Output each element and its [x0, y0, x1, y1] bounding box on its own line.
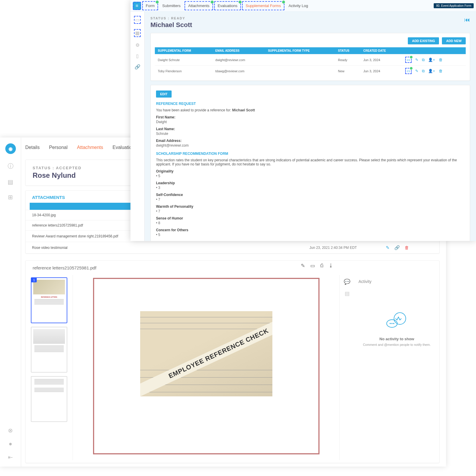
app-menu-icon[interactable]: ≡	[133, 2, 141, 10]
open-icon[interactable]: ▭	[405, 57, 412, 63]
first-name-value: Dwight	[156, 120, 465, 124]
rating-label: Sense of Humor	[156, 216, 465, 220]
rating-label: Leadership	[156, 181, 465, 185]
add-user-icon[interactable]: 👤+	[428, 69, 435, 73]
comment-icon[interactable]: 💬	[344, 279, 350, 285]
user-icon[interactable]: ●	[9, 440, 12, 447]
remove-icon[interactable]: ⊗	[8, 427, 13, 434]
add-document-icon[interactable]: ⊞	[8, 194, 13, 201]
cell-email: tdawg@reviewr.com	[212, 66, 265, 77]
print-icon[interactable]: ⎙	[320, 263, 323, 269]
edit-icon[interactable]: ✎	[386, 245, 390, 250]
page-number-badge: 1	[31, 278, 37, 282]
cell-type	[265, 66, 335, 77]
rewind-icon[interactable]: ⏮	[464, 16, 470, 23]
page-thumbnail[interactable]	[31, 327, 67, 373]
document-page: EMPLOYEE REFERENCE CHECK	[93, 278, 319, 454]
svg-point-2	[390, 323, 391, 324]
table-row[interactable]: Dwight Schrute dwight@reviewr.com Ready …	[155, 54, 466, 66]
tab-form[interactable]: Form	[142, 1, 158, 10]
scholarship-desc: This section rates the student on key pe…	[156, 158, 465, 166]
cell-name: Dwight Schrute	[155, 54, 212, 66]
form-badge: 80. Event Application Form	[434, 3, 474, 8]
link-icon[interactable]: 🔗	[135, 64, 140, 70]
email-label: Email Address:	[156, 139, 465, 143]
rating-item: Concern for Others5	[156, 228, 465, 237]
copy-icon[interactable]: ⧉	[422, 69, 425, 73]
comment-icon[interactable]: ▭	[310, 263, 315, 269]
cell-date: Jun 3, 2024	[360, 66, 402, 77]
svg-point-3	[391, 323, 393, 324]
logout-icon[interactable]: ⇤	[8, 454, 13, 461]
scholarship-title: SCHOLARSHIP RECOMMENDATION FORM	[156, 152, 465, 156]
rating-label: Concern for Others	[156, 228, 465, 232]
tab-activity-log[interactable]: Activity Log	[286, 2, 311, 10]
window-icon[interactable]: ▭	[134, 16, 141, 24]
document-icon[interactable]: ▤	[8, 178, 13, 185]
rating-value: 7	[156, 209, 465, 213]
file-icon[interactable]: ▤	[345, 290, 350, 297]
page-thumbnail[interactable]: 1 REFERENCE LETTERS	[31, 277, 67, 323]
doc-toolbar: ✎ ▭ ⎙ ⭳	[301, 263, 333, 269]
cell-status: Ready	[335, 54, 360, 66]
reference-check-image: EMPLOYEE REFERENCE CHECK	[140, 311, 272, 396]
reference-check-label: EMPLOYEE REFERENCE CHECK	[140, 311, 272, 396]
col-form: SUPPLEMENTAL FORM	[155, 47, 212, 54]
app-logo-icon[interactable]: ◉	[5, 143, 16, 154]
email-value: dwight@reviewr.com	[156, 143, 465, 148]
svg-point-4	[393, 323, 394, 324]
open-icon[interactable]: ▭	[405, 68, 412, 74]
rating-value: 5	[156, 233, 465, 237]
tab-attachments[interactable]: Attachments	[77, 145, 103, 150]
edit-icon[interactable]: ✎	[415, 58, 418, 62]
link-icon[interactable]: 🔗	[394, 245, 400, 250]
delete-icon[interactable]: 🗑	[439, 69, 443, 73]
col-email: EMAIL ADDRESS	[212, 47, 265, 54]
gear-icon[interactable]: ⚙	[135, 42, 140, 48]
add-new-button[interactable]: ADD NEW	[442, 37, 466, 44]
calendar-icon[interactable]: ▦	[134, 29, 141, 37]
rating-label: Originality	[156, 169, 465, 173]
front-left-sidebar: ▭ ▦ ⚙ ▯ 🔗	[130, 12, 145, 241]
tab-submitters[interactable]: Submitters	[159, 2, 183, 10]
attachment-actions: ✎ 🔗 🗑	[386, 245, 433, 250]
row-actions: ▭ ✎ ⧉ 👤+ 🗑	[405, 68, 463, 74]
copy-icon[interactable]: ⧉	[422, 58, 425, 62]
back-tabs: Details Personal Attachments Evaluations	[25, 145, 137, 150]
pencil-icon[interactable]: ✎	[301, 263, 305, 269]
edit-icon[interactable]: ✎	[415, 69, 418, 73]
table-row[interactable]: Toby Flenderson tdawg@reviewr.com New Ju…	[155, 66, 466, 77]
tab-details[interactable]: Details	[25, 145, 40, 150]
last-name-label: Last Name:	[156, 127, 465, 131]
tab-supplemental-forms[interactable]: Supplemental Forms	[242, 1, 284, 10]
delete-icon[interactable]: 🗑	[439, 58, 443, 62]
reference-request-title: REFERENCE REQUEST	[156, 102, 465, 106]
col-type: SUPPLEMENTAL FORM TYPE	[265, 47, 335, 54]
reference-intro: You have been asked to provide a referen…	[156, 108, 465, 112]
page-thumbnail[interactable]	[31, 376, 67, 422]
empty-subtitle: Comment and @mention people to notify th…	[358, 343, 435, 346]
attachment-row[interactable]: Rose video testimonial Jun 23, 2021 2:40…	[26, 242, 439, 253]
front-main: STATUS : READY Michael Scott ⏮ ADD EXIST…	[145, 12, 476, 241]
activity-tabs: 💬 ▤	[340, 275, 354, 460]
edit-button[interactable]: EDIT	[156, 90, 172, 98]
download-icon[interactable]: ⭳	[328, 263, 333, 269]
supplemental-table-card: ADD EXISTING ADD NEW SUPPLEMENTAL FORM E…	[150, 33, 470, 81]
rating-label: Self-Confidence	[156, 193, 465, 197]
front-topbar: ≡ Form Submitters Attachments Evaluation…	[130, 0, 476, 12]
add-existing-button[interactable]: ADD EXISTING	[408, 37, 439, 44]
tab-personal[interactable]: Personal	[49, 145, 68, 150]
info-icon[interactable]: ⓘ	[8, 162, 14, 170]
tab-attachments[interactable]: Attachments	[185, 1, 213, 10]
rating-item: Warmth of Personality7	[156, 205, 465, 213]
clipboard-icon[interactable]: ▯	[136, 53, 139, 59]
add-user-icon[interactable]: 👤+	[428, 58, 435, 62]
activity-empty-state: No activity to show Comment and @mention…	[358, 310, 435, 346]
cell-name: Toby Flenderson	[155, 66, 212, 77]
document-viewer[interactable]: ✎ ▭ ⎙ ⭳ EMPLOYEE REFERENCE CHECK	[73, 275, 339, 460]
delete-icon[interactable]: 🗑	[405, 245, 409, 250]
activity-panel: 💬 ▤ Activity N	[339, 275, 439, 460]
tab-evaluations[interactable]: Evaluations	[214, 1, 241, 10]
supplemental-table: SUPPLEMENTAL FORM EMAIL ADDRESS SUPPLEME…	[155, 47, 466, 76]
cell-date: Jun 3, 2024	[360, 54, 402, 66]
